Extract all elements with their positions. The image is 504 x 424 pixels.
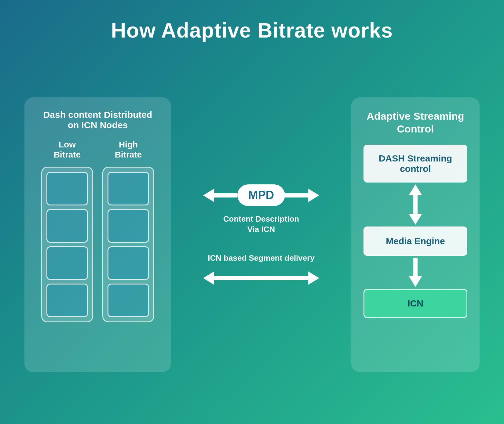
left-panel: Dash content Distributed on ICN Nodes Lo…	[24, 97, 171, 372]
dash-streaming-label: DASH Streamingcontrol	[379, 153, 452, 174]
low-bitrate-column: LowBitrate	[41, 140, 93, 322]
middle-section: MPD Content DescriptionVia ICN ICN based…	[171, 184, 351, 284]
left-panel-title: Dash content Distributed on ICN Nodes	[37, 110, 159, 130]
media-engine-label: Media Engine	[386, 236, 445, 246]
high-bitrate-label: HighBitrate	[115, 140, 142, 160]
icn-arrowhead-left	[203, 271, 214, 285]
icn-arrowhead-right	[308, 271, 319, 285]
high-bitrate-column: HighBitrate	[102, 140, 154, 322]
vert-arrowhead-down-2	[409, 276, 422, 287]
mpd-arrowhead-left	[203, 189, 214, 202]
mpd-bubble: MPD	[237, 184, 285, 206]
segment-block	[108, 209, 149, 243]
mpd-line-right	[285, 193, 308, 198]
segment-block	[46, 209, 88, 243]
segment-block	[46, 172, 88, 205]
columns-row: LowBitrate HighBitrate	[37, 140, 159, 322]
low-bitrate-label: LowBitrate	[54, 140, 81, 160]
icn-label: ICN based Segment delivery	[208, 253, 315, 263]
mpd-label: MPD	[248, 189, 274, 201]
right-panel: Adaptive StreamingControl DASH Streaming…	[351, 97, 480, 372]
icn-box: ICN	[363, 289, 467, 318]
mpd-arrow-line: MPD	[203, 184, 319, 206]
icn-box-label: ICN	[407, 298, 423, 308]
segment-block	[46, 246, 88, 280]
vert-line-top	[413, 195, 418, 214]
media-engine-box: Media Engine	[363, 226, 467, 256]
page-title: How Adaptive Bitrate works	[111, 18, 393, 42]
segment-block	[108, 246, 149, 280]
dash-streaming-box: DASH Streamingcontrol	[363, 145, 467, 183]
mpd-line-left	[214, 193, 237, 198]
mpd-arrowhead-right	[308, 189, 319, 202]
high-bitrate-stack	[102, 167, 154, 322]
segment-block	[108, 284, 149, 317]
mpd-sublabel: Content DescriptionVia ICN	[223, 214, 299, 235]
icn-arrow-line	[203, 271, 319, 285]
segment-block	[108, 172, 149, 205]
vert-arrowhead-down	[409, 214, 422, 225]
vert-arrow-down	[409, 256, 422, 289]
low-bitrate-stack	[41, 167, 93, 322]
mpd-arrow-group: MPD Content DescriptionVia ICN	[203, 184, 319, 235]
icn-line	[214, 276, 308, 280]
right-components: DASH Streamingcontrol Media Engine ICN	[363, 145, 467, 318]
segment-block	[46, 284, 88, 317]
right-panel-title: Adaptive StreamingControl	[367, 110, 464, 136]
icn-arrow-group: ICN based Segment delivery	[203, 253, 319, 285]
diagram-container: Dash content Distributed on ICN Nodes Lo…	[24, 63, 480, 406]
vert-line-bottom	[413, 258, 418, 276]
vert-arrow-bidirectional	[409, 183, 422, 226]
vert-arrowhead-up	[409, 184, 422, 195]
